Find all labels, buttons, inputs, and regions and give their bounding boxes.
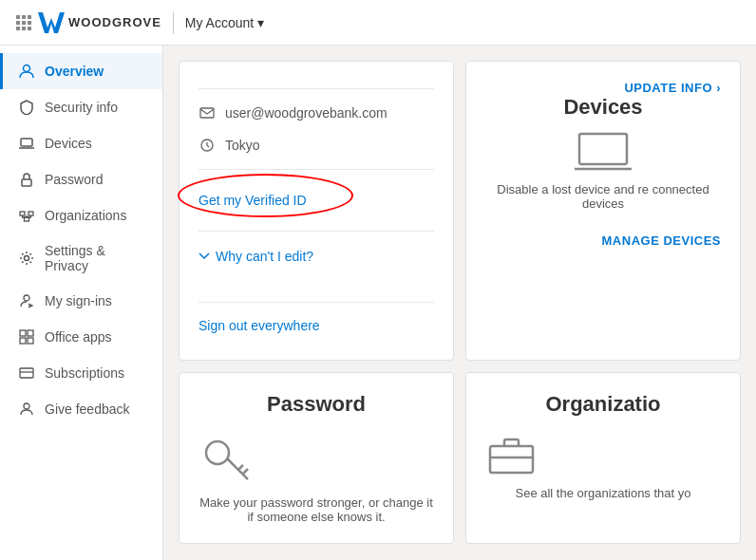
- password-card-description: Make your password stronger, or change i…: [198, 495, 434, 524]
- sidebar-item-subscriptions[interactable]: Subscriptions: [0, 355, 162, 391]
- brand-logo: WOODGROVE: [38, 12, 161, 33]
- divider: [198, 231, 434, 232]
- get-verified-id-button[interactable]: Get my Verified ID: [198, 185, 307, 215]
- subscription-icon: [18, 364, 35, 382]
- svg-rect-21: [28, 330, 33, 336]
- account-label: My Account: [185, 15, 254, 30]
- shield-icon: [18, 99, 35, 116]
- svg-point-32: [206, 441, 229, 464]
- sidebar-item-label: Give feedback: [45, 401, 130, 417]
- update-info-button[interactable]: UPDATE INFO ›: [624, 81, 721, 95]
- svg-rect-11: [21, 139, 32, 146]
- svg-marker-9: [38, 12, 65, 33]
- sidebar-item-my-sign-ins[interactable]: My sign-ins: [0, 283, 162, 319]
- org-card-title: Organizatio: [485, 392, 721, 417]
- sidebar-item-label: Devices: [45, 136, 92, 151]
- sidebar-item-label: Settings & Privacy: [45, 243, 147, 273]
- cards-grid: user@woodgrovebank.com Tokyo Get my Veri…: [179, 61, 741, 544]
- sidebar-item-label: Security info: [45, 100, 118, 115]
- svg-rect-30: [579, 134, 627, 164]
- svg-rect-5: [28, 21, 31, 25]
- svg-rect-3: [16, 21, 20, 25]
- svg-rect-1: [22, 15, 26, 19]
- sidebar-item-settings-privacy[interactable]: Settings & Privacy: [0, 233, 162, 283]
- laptop-icon: [18, 135, 35, 152]
- sidebar: Overview Security info Devices Password: [0, 46, 163, 560]
- account-menu[interactable]: My Account ▾: [185, 15, 264, 30]
- svg-rect-0: [16, 15, 20, 19]
- lock-icon: [18, 171, 35, 188]
- svg-rect-4: [22, 21, 26, 25]
- svg-rect-24: [20, 368, 33, 378]
- top-navigation: WOODGROVE My Account ▾: [0, 0, 756, 46]
- sidebar-item-label: My sign-ins: [45, 293, 112, 308]
- chevron-down-icon: ▾: [257, 15, 264, 30]
- sidebar-item-office-apps[interactable]: Office apps: [0, 319, 162, 355]
- sidebar-item-devices[interactable]: Devices: [0, 125, 162, 161]
- chevron-down-icon: [198, 252, 210, 260]
- devices-card: UPDATE INFO › Devices Disable a lost dev…: [465, 61, 741, 361]
- grid-icon[interactable]: [15, 14, 32, 31]
- svg-rect-6: [16, 27, 20, 30]
- sidebar-item-security-info[interactable]: Security info: [0, 89, 162, 125]
- key-icon: [198, 432, 251, 484]
- sidebar-item-password[interactable]: Password: [0, 161, 162, 197]
- apps-icon: [18, 328, 35, 345]
- organizations-card: Organizatio See all the organizations th…: [465, 372, 741, 544]
- svg-rect-20: [20, 330, 26, 336]
- laptop-large-icon: [575, 131, 632, 173]
- briefcase-icon: [485, 432, 538, 475]
- sign-out-everywhere-link[interactable]: Sign out everywhere: [198, 310, 434, 341]
- svg-rect-28: [200, 108, 214, 118]
- clock-icon: [198, 137, 216, 154]
- sidebar-item-organizations[interactable]: Organizations: [0, 197, 162, 233]
- svg-point-18: [24, 295, 29, 301]
- sidebar-item-overview[interactable]: Overview: [0, 53, 162, 89]
- devices-icon-area: Devices Disable a lost device and re con…: [485, 95, 721, 222]
- signin-icon: [18, 292, 35, 309]
- devices-card-title: Devices: [563, 95, 642, 120]
- app-logo: WOODGROVE: [15, 12, 161, 33]
- sidebar-item-label: Password: [45, 172, 103, 187]
- location-row: Tokyo: [198, 129, 434, 161]
- profile-card: user@woodgrovebank.com Tokyo Get my Veri…: [179, 61, 454, 361]
- devices-card-description: Disable a lost device and re connected d…: [485, 182, 721, 211]
- feedback-icon: [18, 401, 35, 418]
- email-value: user@woodgrovebank.com: [225, 105, 387, 121]
- svg-rect-2: [28, 15, 31, 19]
- svg-rect-14: [28, 212, 33, 215]
- why-label: Why can't I edit?: [216, 249, 313, 264]
- main-content: user@woodgrovebank.com Tokyo Get my Veri…: [163, 46, 756, 560]
- sidebar-item-label: Organizations: [45, 208, 126, 223]
- svg-line-34: [238, 465, 243, 470]
- password-card-title: Password: [198, 392, 434, 417]
- gear-icon: [18, 250, 35, 267]
- brand-name: WOODGROVE: [68, 15, 161, 29]
- org-icon: [18, 207, 35, 224]
- email-icon: [198, 104, 216, 121]
- app-layout: Overview Security info Devices Password: [0, 46, 756, 560]
- person-icon: [18, 63, 35, 80]
- divider: [198, 88, 434, 89]
- logo-letter: [38, 12, 65, 33]
- svg-point-10: [24, 65, 30, 72]
- password-card: Password Make your password stronger, or…: [179, 372, 454, 544]
- svg-rect-12: [22, 179, 31, 186]
- divider: [198, 302, 434, 303]
- svg-line-33: [227, 458, 248, 479]
- svg-line-35: [243, 469, 248, 474]
- sidebar-item-label: Subscriptions: [45, 365, 124, 381]
- sidebar-item-give-feedback[interactable]: Give feedback: [0, 391, 162, 427]
- svg-point-17: [25, 256, 29, 261]
- svg-rect-23: [28, 338, 33, 344]
- divider: [198, 169, 434, 170]
- email-row: user@woodgrovebank.com: [198, 97, 434, 129]
- svg-rect-7: [22, 27, 26, 30]
- svg-rect-8: [28, 27, 31, 30]
- org-card-description: See all the organizations that yo: [485, 486, 721, 500]
- svg-rect-13: [20, 212, 25, 215]
- sidebar-item-label: Office apps: [45, 329, 112, 345]
- svg-rect-36: [490, 446, 533, 473]
- why-cant-edit-toggle[interactable]: Why can't I edit?: [198, 239, 434, 273]
- manage-devices-button[interactable]: MANAGE DEVICES: [602, 233, 721, 248]
